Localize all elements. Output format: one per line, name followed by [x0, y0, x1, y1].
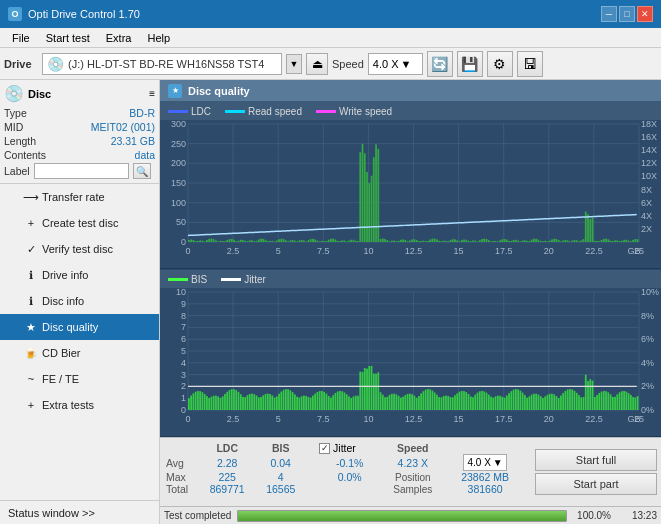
extra-tests-icon: +: [24, 398, 38, 412]
drive-label: Drive: [4, 58, 38, 70]
contents-label: Contents: [4, 149, 46, 161]
avg-ldc: 2.28: [198, 454, 256, 471]
mid-label: MID: [4, 121, 23, 133]
create-disc-icon: +: [24, 216, 38, 230]
save-button[interactable]: 🖫: [517, 51, 543, 77]
menu-start-test[interactable]: Start test: [38, 28, 98, 47]
refresh-button[interactable]: 🔄: [427, 51, 453, 77]
col-bis: BIS: [256, 442, 305, 454]
maximize-button[interactable]: □: [619, 6, 635, 22]
drive-info-icon: ℹ: [24, 268, 38, 282]
col-ldc: LDC: [198, 442, 256, 454]
progress-percent: 100.0%: [573, 510, 611, 521]
menu-extra[interactable]: Extra: [98, 28, 140, 47]
disc-title: Disc: [28, 88, 51, 100]
chart1-legend: LDC Read speed Write speed: [160, 102, 661, 120]
fe-te-icon: ~: [24, 372, 38, 386]
disc-label-row: Label 🔍: [4, 163, 155, 179]
sidebar-nav: ⟶ Transfer rate + Create test disc ✓ Ver…: [0, 184, 159, 500]
legend-write-speed: Write speed: [316, 106, 392, 117]
sidebar-item-fe-te[interactable]: ~ FE / TE: [0, 366, 159, 392]
disc-length-row: Length 23.31 GB: [4, 135, 155, 147]
transfer-rate-icon: ⟶: [24, 190, 38, 204]
minimize-button[interactable]: ─: [601, 6, 617, 22]
stats-table: LDC BIS ✓ Jitter Speed: [160, 438, 531, 506]
sidebar-item-disc-info[interactable]: ℹ Disc info: [0, 288, 159, 314]
disc-button[interactable]: 💾: [457, 51, 483, 77]
sidebar-item-extra-tests[interactable]: + Extra tests: [0, 392, 159, 418]
sidebar: 💿 Disc ≡ Type BD-R MID MEIT02 (001) Leng…: [0, 80, 160, 524]
speed-select[interactable]: 4.0 X ▼: [368, 53, 423, 75]
legend-write-speed-label: Write speed: [339, 106, 392, 117]
speed-target-value: 4.0 X: [467, 457, 490, 468]
sidebar-item-drive-info[interactable]: ℹ Drive info: [0, 262, 159, 288]
type-label: Type: [4, 107, 27, 119]
row-max-label: Max: [166, 471, 198, 483]
bis-chart-canvas: [160, 288, 661, 428]
start-part-label: Start part: [573, 478, 618, 490]
nav-label-disc-quality: Disc quality: [42, 321, 98, 333]
length-label: Length: [4, 135, 36, 147]
speed-value: 4.0 X: [373, 58, 399, 70]
progress-fill: [238, 511, 566, 521]
jitter-checkbox[interactable]: ✓: [319, 443, 330, 454]
legend-ldc: LDC: [168, 106, 211, 117]
stats-right: Start full Start part: [531, 438, 661, 506]
legend-jitter: Jitter: [221, 274, 266, 285]
disc-header: 💿 Disc ≡: [4, 84, 155, 103]
position-value: 23862 MB: [445, 471, 525, 483]
disc-info-icon: ℹ: [24, 294, 38, 308]
speed-value: 4.23 X: [380, 454, 445, 471]
progress-bar-area: Test completed 100.0% 13:23: [160, 506, 661, 524]
label-label: Label: [4, 165, 30, 177]
legend-bis: BIS: [168, 274, 207, 285]
disc-mid-row: MID MEIT02 (001): [4, 121, 155, 133]
ldc-color: [168, 110, 188, 113]
start-full-button[interactable]: Start full: [535, 449, 657, 471]
speed-dropdown-icon: ▼: [401, 58, 412, 70]
read-speed-color: [225, 110, 245, 113]
row-avg-label: Avg: [166, 454, 198, 471]
write-speed-color: [316, 110, 336, 113]
chart2-legend: BIS Jitter: [160, 270, 661, 288]
speed-label: Speed: [332, 58, 364, 70]
disc-section: 💿 Disc ≡ Type BD-R MID MEIT02 (001) Leng…: [0, 80, 159, 184]
ldc-chart-canvas: [160, 120, 661, 260]
disc-icon[interactable]: ≡: [149, 88, 155, 99]
samples-label: Samples: [380, 483, 445, 495]
mid-value: MEIT02 (001): [91, 121, 155, 133]
status-window-button[interactable]: Status window >>: [0, 500, 159, 524]
position-label: Position: [380, 471, 445, 483]
drive-dropdown-button[interactable]: ▼: [286, 54, 302, 74]
drive-text: (J:) HL-DT-ST BD-RE WH16NS58 TST4: [68, 58, 264, 70]
bis-color: [168, 278, 188, 281]
legend-read-speed-label: Read speed: [248, 106, 302, 117]
status-text: Test completed: [164, 510, 231, 521]
close-button[interactable]: ✕: [637, 6, 653, 22]
charts-container: LDC Read speed Write speed: [160, 102, 661, 437]
drive-select[interactable]: 💿 (J:) HL-DT-ST BD-RE WH16NS58 TST4: [42, 53, 282, 75]
sidebar-item-create-test-disc[interactable]: + Create test disc: [0, 210, 159, 236]
type-value: BD-R: [129, 107, 155, 119]
nav-label-extra-tests: Extra tests: [42, 399, 94, 411]
sidebar-item-transfer-rate[interactable]: ⟶ Transfer rate: [0, 184, 159, 210]
sidebar-item-cd-bier[interactable]: 🍺 CD Bier: [0, 340, 159, 366]
max-ldc: 225: [198, 471, 256, 483]
settings-button[interactable]: ⚙: [487, 51, 513, 77]
menu-help[interactable]: Help: [139, 28, 178, 47]
avg-jitter: -0.1%: [319, 454, 380, 471]
start-part-button[interactable]: Start part: [535, 473, 657, 495]
progress-track: [237, 510, 567, 522]
jitter-label: Jitter: [333, 442, 356, 454]
menu-file[interactable]: File: [4, 28, 38, 47]
speed-target-box: 4.0 X ▼: [463, 454, 506, 471]
title-bar-controls: ─ □ ✕: [601, 6, 653, 22]
drive-bar: Drive 💿 (J:) HL-DT-ST BD-RE WH16NS58 TST…: [0, 48, 661, 80]
sidebar-item-verify-test-disc[interactable]: ✓ Verify test disc: [0, 236, 159, 262]
label-input[interactable]: [34, 163, 129, 179]
disc-quality-icon: ★: [24, 320, 38, 334]
label-search-button[interactable]: 🔍: [133, 163, 151, 179]
disc-type-row: Type BD-R: [4, 107, 155, 119]
eject-button[interactable]: ⏏: [306, 53, 328, 75]
sidebar-item-disc-quality[interactable]: ★ Disc quality: [0, 314, 159, 340]
